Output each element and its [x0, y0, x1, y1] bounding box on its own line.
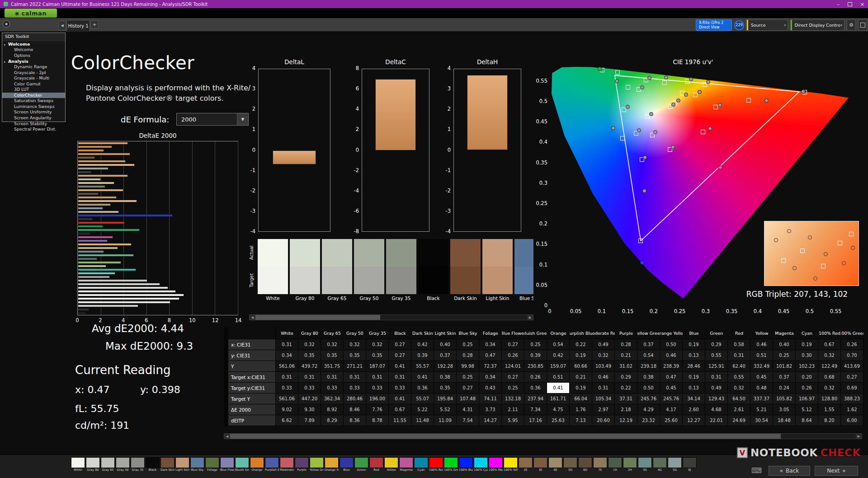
- table-cell[interactable]: 0.34: [479, 339, 502, 350]
- table-cell[interactable]: 561.06: [276, 394, 298, 404]
- patch-cyan[interactable]: Cyan: [414, 457, 428, 473]
- table-cell[interactable]: 14.27: [479, 415, 502, 426]
- table-cell[interactable]: 3.05: [773, 404, 796, 415]
- table-cell[interactable]: 0.43: [479, 383, 502, 394]
- table-cell[interactable]: 22.01: [705, 415, 728, 426]
- table-cell[interactable]: 0.36: [411, 383, 434, 394]
- table-cell[interactable]: 0.32: [321, 339, 344, 350]
- table-cell[interactable]: 237.94: [524, 394, 547, 404]
- table-cell[interactable]: 20.60: [592, 415, 615, 426]
- table-cell[interactable]: 161.71: [547, 394, 570, 404]
- patch-gray-65[interactable]: Gray 65: [101, 457, 115, 473]
- patch-purple[interactable]: Purple: [295, 457, 309, 473]
- table-cell[interactable]: 239.18: [637, 361, 660, 372]
- table-cell[interactable]: 388.23: [841, 394, 863, 404]
- patch-dark-skin[interactable]: Dark Skin: [160, 457, 175, 473]
- table-cell[interactable]: 2.11: [502, 404, 524, 415]
- table-cell[interactable]: 0.46: [660, 350, 683, 361]
- table-cell[interactable]: 0.29: [705, 339, 728, 350]
- patch-yellow[interactable]: Yellow: [384, 457, 398, 473]
- swatch-white[interactable]: White: [258, 239, 288, 304]
- table-cell[interactable]: 0.55: [728, 372, 750, 383]
- keyboard-icon[interactable]: ⌨: [751, 466, 762, 475]
- table-cell[interactable]: 11.09: [434, 415, 457, 426]
- table-cell[interactable]: 60.66: [570, 361, 592, 372]
- table-cell[interactable]: 2.61: [728, 404, 750, 415]
- table-cell[interactable]: 0.36: [524, 383, 547, 394]
- sidebar-group-welcome[interactable]: ▸Welcome: [2, 41, 65, 47]
- table-cell[interactable]: 0.51: [547, 372, 570, 383]
- table-cell[interactable]: 2.97: [592, 404, 615, 415]
- table-cell[interactable]: 0.46: [750, 339, 773, 350]
- table-cell[interactable]: 0.19: [683, 339, 705, 350]
- table-cell[interactable]: 9.30: [298, 404, 321, 415]
- table-cell[interactable]: 0.40: [773, 339, 796, 350]
- table-cell[interactable]: 106.97: [796, 394, 818, 404]
- table-cell[interactable]: 5.12: [796, 404, 818, 415]
- table-cell[interactable]: 0.31: [592, 383, 615, 394]
- patch-gray-80[interactable]: Gray 80: [86, 457, 100, 473]
- table-cell[interactable]: 0.51: [750, 350, 773, 361]
- sidebar-item-luminance-sweeps[interactable]: Luminance Sweeps: [2, 104, 65, 110]
- table-cell[interactable]: 0.27: [841, 372, 863, 383]
- swatch-gray-80[interactable]: Gray 80: [290, 239, 320, 304]
- table-cell[interactable]: 129.43: [705, 394, 728, 404]
- patch-black[interactable]: Black: [146, 457, 160, 473]
- table-cell[interactable]: 0.32: [298, 339, 321, 350]
- table-cell[interactable]: 55.57: [411, 361, 434, 372]
- table-cell[interactable]: 8.20: [818, 415, 841, 426]
- table-cell[interactable]: 8.78: [366, 415, 389, 426]
- patch-purplish-blue[interactable]: Purplish Blue: [265, 457, 279, 473]
- calman-logo[interactable]: ◉ calman: [5, 9, 57, 18]
- table-cell[interactable]: 0.42: [547, 350, 570, 361]
- table-cell[interactable]: 1.55: [818, 404, 841, 415]
- patch-gray-50[interactable]: Gray 50: [116, 457, 130, 473]
- table-cell[interactable]: 125.91: [705, 361, 728, 372]
- source-dropdown[interactable]: Source ▾: [746, 19, 788, 31]
- table-cell[interactable]: 12.27: [683, 415, 705, 426]
- table-cell[interactable]: 0.33: [321, 383, 344, 394]
- table-cell[interactable]: 195.84: [434, 394, 457, 404]
- patch-4e[interactable]: 4E: [548, 457, 562, 473]
- patch-orange-yellow[interactable]: Orange Yellow: [325, 457, 339, 473]
- table-cell[interactable]: 107.48: [457, 394, 479, 404]
- display-control-dropdown[interactable]: Direct Display Control ▾: [790, 19, 844, 31]
- patch-green[interactable]: Green: [354, 457, 368, 473]
- table-cell[interactable]: 0.32: [344, 339, 366, 350]
- table-cell[interactable]: 0.31: [276, 372, 298, 383]
- swatch-gray-50[interactable]: Gray 50: [354, 239, 384, 304]
- table-cell[interactable]: 0.27: [457, 383, 479, 394]
- table-cell[interactable]: 238.39: [660, 361, 683, 372]
- table-cell[interactable]: 122.49: [818, 361, 841, 372]
- table-cell[interactable]: 0.21: [615, 350, 637, 361]
- patch-bluish-green[interactable]: Bluish Green: [235, 457, 249, 473]
- table-cell[interactable]: 0.49: [705, 383, 728, 394]
- sidebar-item-welcome[interactable]: Welcome: [2, 47, 65, 53]
- table-cell[interactable]: 74.11: [479, 394, 502, 404]
- table-cell[interactable]: 0.67: [818, 339, 841, 350]
- table-cell[interactable]: 0.32: [818, 350, 841, 361]
- table-cell[interactable]: 0.26: [524, 372, 547, 383]
- patch-2h[interactable]: 2H: [623, 457, 637, 473]
- patch-magenta[interactable]: Magenta: [399, 457, 413, 473]
- table-cell[interactable]: 64.50: [728, 394, 750, 404]
- scroll-left-icon[interactable]: ◀: [224, 434, 230, 439]
- table-cell[interactable]: 447.20: [298, 394, 321, 404]
- table-cell[interactable]: 0.30: [796, 350, 818, 361]
- settings-circle-icon[interactable]: ●: [3, 20, 10, 28]
- scrollbar-thumb[interactable]: [230, 434, 781, 439]
- swatch-gray-65[interactable]: Gray 65: [322, 239, 352, 304]
- swatch-light-skin[interactable]: Light Skin: [482, 239, 513, 304]
- table-cell[interactable]: 0.19: [570, 350, 592, 361]
- table-cell[interactable]: 0.45: [660, 383, 683, 394]
- tab-scroll-left-icon[interactable]: ◀: [58, 21, 66, 30]
- table-cell[interactable]: 0.32: [728, 383, 750, 394]
- table-cell[interactable]: 159.07: [547, 361, 570, 372]
- patch-3e[interactable]: 3E: [533, 457, 547, 473]
- table-cell[interactable]: 0.35: [344, 350, 366, 361]
- table-cell[interactable]: 34.14: [683, 394, 705, 404]
- table-cell[interactable]: 2.60: [683, 404, 705, 415]
- table-cell[interactable]: 0.45: [750, 372, 773, 383]
- table-cell[interactable]: 0.25: [457, 339, 479, 350]
- table-cell[interactable]: 66.04: [570, 394, 592, 404]
